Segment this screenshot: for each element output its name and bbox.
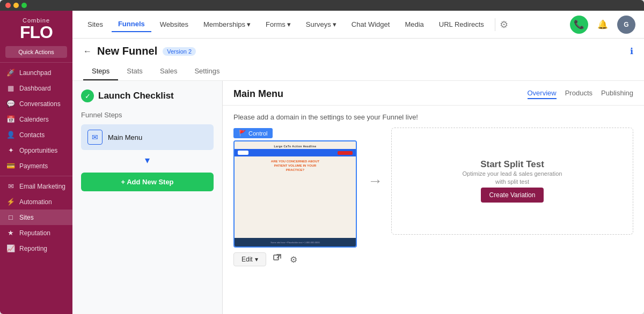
contacts-icon: 👤 bbox=[6, 131, 15, 139]
sidebar-settings[interactable]: Settings bbox=[0, 309, 72, 314]
sidebar-item-label: Dashboard bbox=[19, 85, 51, 92]
email-icon: ✉ bbox=[6, 182, 15, 190]
split-test-title: Start Split Test bbox=[463, 159, 562, 170]
maximize-dot[interactable] bbox=[21, 3, 27, 8]
sidebar-item-opportunities[interactable]: ✦ Opportunities bbox=[0, 143, 72, 158]
sidebar-item-label: Contacts bbox=[19, 131, 45, 139]
domain-notice: Please add a domain in the settings to s… bbox=[233, 113, 633, 121]
tab-settings[interactable]: Settings bbox=[186, 63, 228, 80]
mock-footer: Some info here • Placeholder text • 1-80… bbox=[235, 238, 356, 246]
topbar-settings-icon[interactable]: ⚙ bbox=[500, 19, 508, 31]
sidebar-item-label: Calenders bbox=[19, 116, 49, 123]
launchpad-icon: 🚀 bbox=[6, 69, 15, 77]
page-title: New Funnel bbox=[97, 45, 157, 57]
control-badge: 🚩 Control bbox=[233, 128, 273, 138]
nav-chat-widget[interactable]: Chat Widget bbox=[345, 17, 397, 32]
external-link-button[interactable] bbox=[270, 252, 283, 267]
conversations-icon: 💬 bbox=[6, 100, 15, 108]
funnel-step-main-menu[interactable]: ✉ Main Menu bbox=[81, 124, 214, 150]
right-tabs: Overview Products Publishing bbox=[528, 89, 634, 99]
chevron-down-icon: ▾ bbox=[333, 20, 336, 28]
sidebar: Combine FLO Quick Actions 🚀 Launchpad ▦ … bbox=[0, 11, 72, 314]
settings-gear-button[interactable]: ⚙ bbox=[288, 252, 299, 267]
checklist-title: Launch Checklist bbox=[98, 91, 174, 101]
nav-media[interactable]: Media bbox=[398, 17, 430, 32]
info-icon[interactable]: ℹ bbox=[630, 46, 633, 56]
mock-heading: ARE YOU CONCERNED ABOUT PATIENT VOLUME I… bbox=[271, 160, 319, 172]
split-test-desc-line1: Optimize your lead & sales generation bbox=[463, 170, 562, 178]
sidebar-item-label: Reputation bbox=[19, 229, 50, 237]
nav-websites[interactable]: Websites bbox=[153, 17, 195, 32]
sidebar-item-label: Conversations bbox=[19, 100, 61, 108]
sidebar-item-conversations[interactable]: 💬 Conversations bbox=[0, 96, 72, 111]
right-content: Please add a domain in the settings to s… bbox=[223, 106, 644, 314]
chevron-down-icon: ▾ bbox=[247, 20, 251, 28]
automation-icon: ⚡ bbox=[6, 198, 15, 206]
split-test-desc-line2: with split test bbox=[463, 178, 562, 186]
right-tab-products[interactable]: Products bbox=[565, 89, 592, 99]
phone-button[interactable]: 📞 bbox=[570, 16, 588, 34]
back-arrow[interactable]: ← bbox=[83, 47, 92, 56]
logo-combine: Combine bbox=[23, 17, 50, 24]
sidebar-item-payments[interactable]: 💳 Payments bbox=[0, 158, 72, 174]
tab-stats[interactable]: Stats bbox=[118, 63, 151, 80]
sidebar-item-label: Sites bbox=[19, 214, 34, 221]
avatar-button[interactable]: G bbox=[617, 16, 635, 34]
preview-card: 🚩 Control Large CaTo Action Headline bbox=[233, 128, 357, 267]
nav-surveys[interactable]: Surveys ▾ bbox=[299, 17, 343, 32]
sidebar-item-label: Opportunities bbox=[19, 147, 57, 154]
sidebar-item-automation[interactable]: ⚡ Automation bbox=[0, 194, 72, 210]
sidebar-item-label: Payments bbox=[19, 162, 48, 170]
quick-actions-button[interactable]: Quick Actions bbox=[5, 46, 67, 58]
app-body: Combine FLO Quick Actions 🚀 Launchpad ▦ … bbox=[0, 11, 644, 314]
flag-icon: 🚩 bbox=[239, 130, 246, 137]
chevron-down-icon: ▾ bbox=[287, 20, 291, 28]
arrow-right-icon: → bbox=[368, 173, 383, 190]
checklist-icon: ✓ bbox=[81, 89, 94, 102]
reputation-icon: ★ bbox=[6, 229, 15, 237]
step-envelope-icon: ✉ bbox=[87, 130, 103, 145]
mock-page: Large CaTo Action Headline bbox=[235, 141, 356, 246]
sidebar-item-reputation[interactable]: ★ Reputation bbox=[0, 225, 72, 241]
notifications-button[interactable]: 🔔 bbox=[594, 16, 612, 34]
sidebar-item-label: Automation bbox=[19, 198, 52, 206]
page-header: ← New Funnel Version 2 ℹ Steps Stats Sal… bbox=[72, 39, 644, 81]
nav-sites[interactable]: Sites bbox=[81, 17, 109, 32]
sidebar-item-contacts[interactable]: 👤 Contacts bbox=[0, 127, 72, 143]
tab-steps[interactable]: Steps bbox=[83, 63, 118, 80]
sidebar-divider bbox=[0, 62, 72, 63]
chevron-down-icon: ▾ bbox=[255, 256, 258, 263]
nav-forms[interactable]: Forms ▾ bbox=[259, 17, 297, 32]
nav-funnels[interactable]: Funnels bbox=[112, 17, 151, 32]
reporting-icon: 📈 bbox=[6, 244, 15, 252]
mock-hero-text: Large CaTo Action Headline bbox=[235, 141, 356, 149]
funnel-steps-label: Funnel Steps bbox=[81, 111, 214, 119]
mock-nav-logo bbox=[238, 151, 248, 155]
preview-frame: Large CaTo Action Headline bbox=[233, 140, 357, 248]
sidebar-item-sites[interactable]: □ Sites bbox=[0, 210, 72, 225]
checklist-header: ✓ Launch Checklist bbox=[81, 89, 214, 102]
sidebar-item-label: Email Marketing bbox=[19, 183, 65, 190]
right-tab-publishing[interactable]: Publishing bbox=[601, 89, 633, 99]
app-wrapper: Combine FLO Quick Actions 🚀 Launchpad ▦ … bbox=[0, 0, 644, 314]
minimize-dot[interactable] bbox=[13, 3, 19, 8]
dashboard-icon: ▦ bbox=[6, 84, 15, 92]
close-dot[interactable] bbox=[5, 3, 11, 8]
edit-button[interactable]: Edit ▾ bbox=[233, 252, 266, 266]
sidebar-item-email-marketing[interactable]: ✉ Email Marketing bbox=[0, 178, 72, 194]
preview-area: 🚩 Control Large CaTo Action Headline bbox=[233, 128, 633, 267]
tab-sales[interactable]: Sales bbox=[151, 63, 186, 80]
create-variation-button[interactable]: Create Variation bbox=[481, 188, 544, 203]
page-tabs: Steps Stats Sales Settings bbox=[83, 63, 633, 80]
nav-memberships[interactable]: Memberships ▾ bbox=[197, 17, 257, 32]
topbar-actions: 📞 🔔 G bbox=[570, 16, 635, 34]
right-tab-overview[interactable]: Overview bbox=[528, 89, 557, 99]
add-step-button[interactable]: + Add New Step bbox=[81, 173, 214, 191]
sidebar-item-dashboard[interactable]: ▦ Dashboard bbox=[0, 80, 72, 96]
nav-url-redirects[interactable]: URL Redirects bbox=[433, 17, 491, 32]
sidebar-item-launchpad[interactable]: 🚀 Launchpad bbox=[0, 65, 72, 80]
split-test-placeholder: Start Split Test Optimize your lead & sa… bbox=[391, 128, 633, 235]
step-name: Main Menu bbox=[108, 133, 142, 141]
sidebar-item-calendars[interactable]: 📅 Calenders bbox=[0, 111, 72, 127]
sidebar-item-reporting[interactable]: 📈 Reporting bbox=[0, 241, 72, 256]
